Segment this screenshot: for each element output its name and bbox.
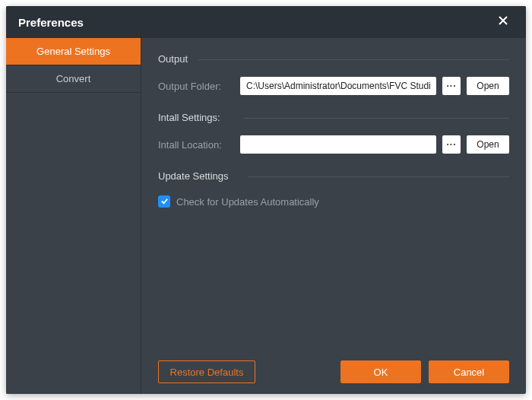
auto-update-checkbox[interactable]: [158, 195, 170, 208]
output-folder-browse-button[interactable]: ···: [442, 77, 461, 95]
sidebar: General Settings Convert: [6, 38, 141, 394]
install-location-input[interactable]: [240, 135, 436, 154]
auto-update-label: Check for Updates Automatically: [176, 196, 319, 208]
ok-button[interactable]: OK: [340, 360, 421, 383]
install-location-label: Intall Location:: [158, 139, 234, 151]
output-folder-label: Output Folder:: [158, 81, 234, 92]
window-title: Preferences: [18, 16, 84, 29]
install-location-open-button[interactable]: Open: [467, 135, 509, 154]
install-section-title: Intall Settings:: [158, 112, 509, 123]
tab-label: Convert: [56, 73, 91, 84]
install-location-browse-button[interactable]: ···: [442, 135, 461, 154]
output-folder-input[interactable]: [240, 77, 436, 95]
cancel-button[interactable]: Cancel: [429, 360, 509, 383]
tab-convert[interactable]: Convert: [6, 65, 141, 93]
titlebar: Preferences: [6, 6, 526, 38]
spacer: [158, 208, 509, 354]
main-panel: Output Output Folder: ··· Open Intall Se…: [141, 38, 526, 394]
preferences-window: Preferences General Settings Convert Out…: [6, 6, 526, 394]
output-folder-open-button[interactable]: Open: [467, 77, 509, 95]
footer: Restore Defaults OK Cancel: [158, 360, 509, 383]
output-folder-row: Output Folder: ··· Open: [158, 77, 509, 95]
close-icon: [498, 15, 508, 29]
ellipsis-icon: ···: [446, 81, 456, 91]
auto-update-row: Check for Updates Automatically: [158, 195, 509, 208]
check-icon: [160, 195, 169, 208]
ellipsis-icon: ···: [446, 139, 456, 150]
tab-general-settings[interactable]: General Settings: [6, 38, 141, 65]
close-button[interactable]: [492, 11, 514, 33]
tab-label: General Settings: [36, 46, 110, 57]
install-location-row: Intall Location: ··· Open: [158, 135, 509, 154]
update-section-title: Update Settings: [158, 170, 509, 182]
restore-defaults-button[interactable]: Restore Defaults: [158, 360, 255, 383]
output-section-title: Output: [158, 53, 509, 65]
window-body: General Settings Convert Output Output F…: [6, 38, 526, 394]
